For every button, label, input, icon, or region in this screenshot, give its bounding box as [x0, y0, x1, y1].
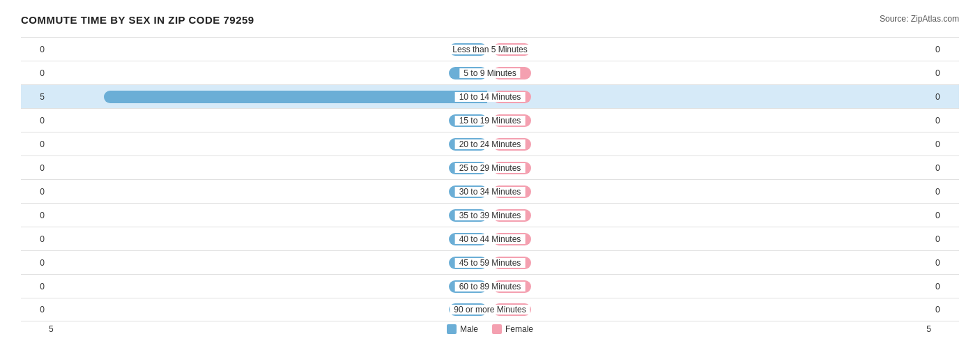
female-bar-area	[490, 132, 931, 156]
female-bar-area	[490, 180, 931, 203]
axis-right: 5	[926, 324, 931, 334]
female-value: 0	[931, 92, 959, 102]
bar-row: 060 to 89 Minutes0	[21, 274, 959, 298]
bar-label: 30 to 34 Minutes	[455, 187, 526, 197]
bar-row: 090 or more Minutes0	[21, 298, 959, 321]
bar-label: 10 to 14 Minutes	[455, 92, 526, 102]
bars-wrap: 30 to 34 Minutes	[49, 180, 931, 203]
male-value: 0	[21, 258, 49, 268]
male-bar-area	[49, 132, 490, 156]
male-bar-area	[49, 109, 490, 132]
female-value: 0	[931, 116, 959, 126]
bars-wrap: 35 to 39 Minutes	[49, 204, 931, 227]
axis-labels: 5 Male Female 5	[21, 321, 959, 334]
bar-row: 015 to 19 Minutes0	[21, 108, 959, 132]
bar-row: 020 to 24 Minutes0	[21, 132, 959, 156]
male-value: 0	[21, 68, 49, 78]
bar-label: 40 to 44 Minutes	[455, 234, 526, 244]
male-value: 0	[21, 139, 49, 149]
bar-row: 05 to 9 Minutes0	[21, 61, 959, 84]
bar-label: 60 to 89 Minutes	[455, 282, 526, 291]
legend-female-label: Female	[505, 324, 533, 334]
bar-label: 90 or more Minutes	[450, 305, 530, 314]
male-value: 0	[21, 305, 49, 314]
male-value: 0	[21, 282, 49, 291]
male-value: 0	[21, 45, 49, 54]
female-bar-area	[490, 109, 931, 132]
male-bar-area	[49, 251, 490, 274]
female-value: 0	[931, 187, 959, 197]
bars-wrap: Less than 5 Minutes	[49, 38, 931, 61]
axis-left: 5	[49, 324, 54, 334]
legend-female: Female	[492, 324, 533, 334]
bar-row: 025 to 29 Minutes0	[21, 156, 959, 179]
male-swatch	[447, 324, 457, 334]
female-bar-area	[490, 156, 931, 179]
bar-row: 030 to 34 Minutes0	[21, 179, 959, 203]
bar-label: 45 to 59 Minutes	[455, 258, 526, 268]
male-bar-area	[49, 61, 490, 84]
bars-wrap: 45 to 59 Minutes	[49, 251, 931, 274]
female-bar-area	[490, 227, 931, 250]
source-text: Source: ZipAtlas.com	[880, 14, 959, 24]
bar-row: 0Less than 5 Minutes0	[21, 37, 959, 61]
female-bar-area	[490, 275, 931, 298]
female-value: 0	[931, 305, 959, 314]
female-bar-area	[490, 61, 931, 84]
legend-male: Male	[447, 324, 478, 334]
bar-row: 045 to 59 Minutes0	[21, 250, 959, 274]
bars-wrap: 25 to 29 Minutes	[49, 156, 931, 179]
male-value: 0	[21, 163, 49, 173]
bar-label: 15 to 19 Minutes	[455, 116, 526, 126]
female-value: 0	[931, 139, 959, 149]
female-value: 0	[931, 282, 959, 291]
legend: Male Female	[447, 324, 533, 334]
male-bar-area	[49, 298, 490, 321]
bars-wrap: 40 to 44 Minutes	[49, 227, 931, 250]
male-value: 0	[21, 116, 49, 126]
female-value: 0	[931, 68, 959, 78]
bar-row: 510 to 14 Minutes0	[21, 84, 959, 108]
bar-label: 20 to 24 Minutes	[455, 139, 526, 149]
legend-male-label: Male	[460, 324, 478, 334]
male-bar-area	[49, 156, 490, 179]
male-bar-area	[49, 38, 490, 61]
female-value: 0	[931, 45, 959, 54]
male-bar-area	[49, 180, 490, 203]
female-value: 0	[931, 234, 959, 244]
bars-wrap: 20 to 24 Minutes	[49, 132, 931, 156]
male-bar-area	[49, 275, 490, 298]
female-bar-area	[490, 204, 931, 227]
male-bar-area	[49, 227, 490, 250]
bars-wrap: 60 to 89 Minutes	[49, 275, 931, 298]
male-bar-area	[49, 85, 490, 108]
female-swatch	[492, 324, 502, 334]
female-bar-area	[490, 85, 931, 108]
bar-label: 35 to 39 Minutes	[455, 211, 526, 220]
bar-label: 25 to 29 Minutes	[455, 163, 526, 173]
bars-wrap: 90 or more Minutes	[49, 298, 931, 321]
female-value: 0	[931, 258, 959, 268]
chart-area: 0Less than 5 Minutes005 to 9 Minutes0510…	[21, 37, 959, 334]
bars-container: 0Less than 5 Minutes005 to 9 Minutes0510…	[21, 37, 959, 321]
female-value: 0	[931, 211, 959, 220]
female-bar-area	[490, 298, 931, 321]
male-value: 0	[21, 211, 49, 220]
bar-label: Less than 5 Minutes	[448, 45, 531, 54]
bars-wrap: 5 to 9 Minutes	[49, 61, 931, 84]
bar-row: 035 to 39 Minutes0	[21, 203, 959, 227]
female-bar-area	[490, 251, 931, 274]
chart-title: COMMUTE TIME BY SEX IN ZIP CODE 79259	[21, 14, 254, 26]
male-value: 0	[21, 187, 49, 197]
male-value: 0	[21, 234, 49, 244]
bar-label: 5 to 9 Minutes	[459, 68, 520, 78]
bar-row: 040 to 44 Minutes0	[21, 227, 959, 250]
male-bar-area	[49, 204, 490, 227]
bars-wrap: 15 to 19 Minutes	[49, 109, 931, 132]
male-value: 5	[21, 92, 49, 102]
bars-wrap: 10 to 14 Minutes	[49, 85, 931, 108]
female-bar-area	[490, 38, 931, 61]
female-value: 0	[931, 163, 959, 173]
male-bar	[104, 91, 487, 103]
